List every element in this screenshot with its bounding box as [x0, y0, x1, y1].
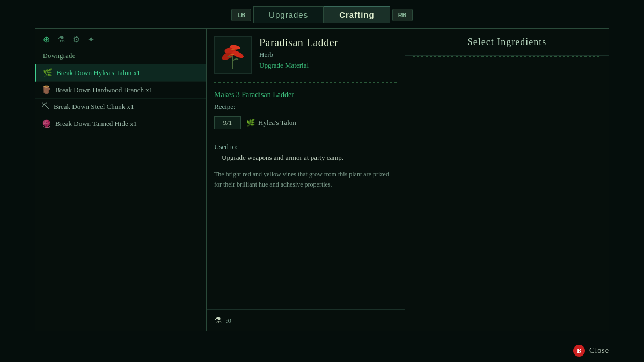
right-dotted-divider	[413, 56, 601, 57]
item-category: Upgrade Material	[259, 61, 338, 70]
craft-icon: ⚗	[214, 315, 222, 326]
used-to-text: Upgrade weapons and armor at party camp.	[214, 153, 397, 162]
middle-bottom-bar: ⚗ :0	[207, 309, 405, 331]
top-navigation: LB Upgrades Crafting RB	[0, 0, 644, 28]
item-type: Herb	[259, 50, 338, 59]
recipe-item-label: Break Down Hardwood Branch x1	[55, 86, 152, 94]
hardwood-icon: 🪵	[42, 85, 51, 94]
ingredient-row: 9/1 🌿 Hylea's Talon	[214, 116, 397, 129]
close-label[interactable]: Close	[589, 346, 609, 355]
ingredient-icon: 🌿	[246, 119, 255, 127]
item-details: Makes 3 Paradisan Ladder Recipe: 9/1 🌿 H…	[207, 83, 405, 309]
item-image	[214, 36, 252, 74]
lb-button[interactable]: LB	[231, 9, 251, 21]
item-name: Paradisan Ladder	[259, 36, 338, 49]
filter-icon-2[interactable]: ⚗	[57, 34, 65, 45]
hide-icon: 🧶	[42, 119, 51, 128]
recipe-item-hardwood[interactable]: 🪵 Break Down Hardwood Branch x1	[35, 82, 206, 99]
middle-panel: Paradisan Ladder Herb Upgrade Material M…	[207, 28, 405, 331]
select-ingredients-header: Select Ingredients	[405, 29, 609, 56]
recipe-item-label: Break Down Hylea's Talon x1	[56, 69, 140, 77]
ingredient-name: 🌿 Hylea's Talon	[246, 119, 296, 127]
filter-icon-1[interactable]: ⊕	[43, 34, 50, 45]
main-layout: ⊕ ⚗ ⚙ ✦ Downgrade 🌿 Break Down Hylea's T…	[0, 28, 644, 331]
close-button-icon[interactable]: B	[573, 345, 585, 357]
plant-svg	[217, 39, 249, 71]
item-header: Paradisan Ladder Herb Upgrade Material	[207, 29, 405, 82]
separator	[214, 137, 397, 137]
recipe-list: 🌿 Break Down Hylea's Talon x1 🪵 Break Do…	[35, 64, 206, 331]
recipe-item-label: Break Down Steel Chunk x1	[54, 102, 134, 111]
right-panel: Select Ingredients	[405, 28, 609, 331]
recipe-item-label: Break Down Tanned Hide x1	[55, 120, 137, 128]
recipe-item-hylea[interactable]: 🌿 Break Down Hylea's Talon x1	[35, 64, 206, 82]
filter-icon-4[interactable]: ✦	[87, 34, 94, 45]
item-info: Paradisan Ladder Herb Upgrade Material	[259, 36, 338, 70]
hylea-icon: 🌿	[43, 68, 52, 77]
crafting-tab[interactable]: Crafting	[324, 6, 390, 23]
recipe-item-hide[interactable]: 🧶 Break Down Tanned Hide x1	[35, 115, 206, 132]
rb-button[interactable]: RB	[392, 9, 413, 21]
description-text: The bright red and yellow vines that gro…	[214, 169, 397, 190]
recipe-item-steel[interactable]: ⛏ Break Down Steel Chunk x1	[35, 99, 206, 115]
filter-icons: ⊕ ⚗ ⚙ ✦	[35, 29, 206, 49]
upgrades-tab[interactable]: Upgrades	[253, 6, 324, 23]
recipe-label: Recipe:	[214, 102, 397, 111]
ingredient-label: Hylea's Talon	[258, 119, 296, 127]
makes-label: Makes 3 Paradisan Ladder	[214, 91, 397, 99]
footer-bar: B Close	[573, 345, 609, 357]
left-panel: ⊕ ⚗ ⚙ ✦ Downgrade 🌿 Break Down Hylea's T…	[35, 28, 207, 331]
used-to-label: Used to:	[214, 143, 397, 151]
downgrade-label: Downgrade	[35, 49, 206, 64]
steel-icon: ⛏	[42, 102, 49, 111]
craft-count: :0	[226, 316, 231, 325]
filter-icon-3[interactable]: ⚙	[72, 34, 80, 45]
ingredient-qty: 9/1	[214, 116, 241, 129]
